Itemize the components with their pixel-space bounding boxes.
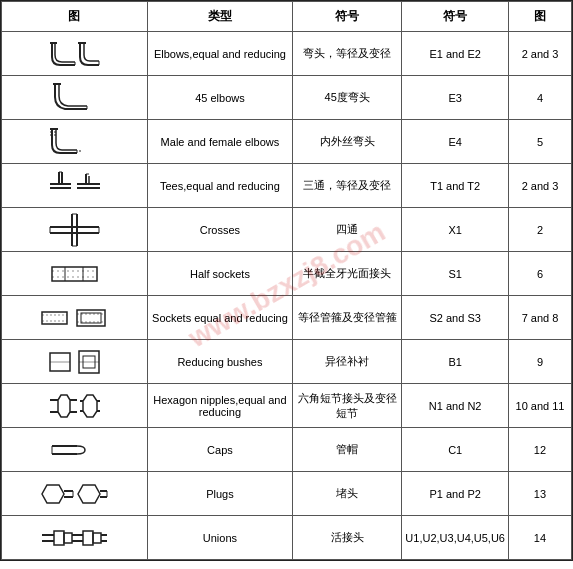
row-symbol: X1 — [402, 208, 509, 252]
row-type-en: Elbows,equal and reducing — [147, 32, 292, 76]
svg-rect-38 — [81, 313, 101, 323]
header-fig: 图 — [508, 2, 571, 32]
table-row: Sockets equal and reducing等径管箍及变径管箍S2 an… — [2, 296, 572, 340]
row-type-en: Crosses — [147, 208, 292, 252]
row-type-cn: 弯头，等径及变径 — [293, 32, 402, 76]
row-image — [2, 32, 148, 76]
row-type-en: Reducing bushes — [147, 340, 292, 384]
row-fig: 2 and 3 — [508, 164, 571, 208]
row-image — [2, 472, 148, 516]
fittings-table: 图 类型 符号 符号 图 Elbows,equal and reducing弯头… — [1, 1, 572, 560]
row-type-en: Sockets equal and reducing — [147, 296, 292, 340]
table-row: Plugs堵头P1 and P213 — [2, 472, 572, 516]
svg-marker-51 — [83, 395, 97, 417]
row-type-cn: 四通 — [293, 208, 402, 252]
svg-rect-70 — [64, 533, 72, 543]
row-image — [2, 120, 148, 164]
row-image — [2, 516, 148, 560]
row-fig: 7 and 8 — [508, 296, 571, 340]
table-row: Hexagon nipples,equal and reducing六角短节接头… — [2, 384, 572, 428]
row-fig: 9 — [508, 340, 571, 384]
header-symbol: 符号 — [402, 2, 509, 32]
svg-marker-63 — [78, 485, 100, 503]
row-symbol: S1 — [402, 252, 509, 296]
row-symbol: S2 and S3 — [402, 296, 509, 340]
row-type-en: 45 elbows — [147, 76, 292, 120]
table-row: Unions活接头U1,U2,U3,U4,U5,U614 — [2, 516, 572, 560]
row-fig: 10 and 11 — [508, 384, 571, 428]
row-type-en: Tees,equal and reducing — [147, 164, 292, 208]
row-fig: 5 — [508, 120, 571, 164]
row-image — [2, 428, 148, 472]
row-type-en: Male and female elbows — [147, 120, 292, 164]
main-table-container: 图 类型 符号 符号 图 Elbows,equal and reducing弯头… — [0, 0, 573, 561]
row-fig: 14 — [508, 516, 571, 560]
row-image — [2, 340, 148, 384]
table-row: Crosses四通X12 — [2, 208, 572, 252]
svg-marker-59 — [42, 485, 64, 503]
row-fig: 2 and 3 — [508, 32, 571, 76]
row-type-cn: 管帽 — [293, 428, 402, 472]
table-row: Half sockets半截全牙光面接头S16 — [2, 252, 572, 296]
row-type-cn: 六角短节接头及变径短节 — [293, 384, 402, 428]
row-image — [2, 296, 148, 340]
row-symbol: E3 — [402, 76, 509, 120]
row-type-en: Half sockets — [147, 252, 292, 296]
row-fig: 4 — [508, 76, 571, 120]
table-row: Tees,equal and reducing三通，等径及变径T1 and T2… — [2, 164, 572, 208]
row-fig: 12 — [508, 428, 571, 472]
row-symbol: T1 and T2 — [402, 164, 509, 208]
header-cn: 符号 — [293, 2, 402, 32]
row-symbol: N1 and N2 — [402, 384, 509, 428]
svg-rect-69 — [54, 531, 64, 545]
row-type-cn: 三通，等径及变径 — [293, 164, 402, 208]
svg-rect-74 — [93, 533, 101, 543]
row-type-cn: 内外丝弯头 — [293, 120, 402, 164]
svg-marker-46 — [58, 395, 70, 417]
row-type-cn: 半截全牙光面接头 — [293, 252, 402, 296]
row-type-cn: 等径管箍及变径管箍 — [293, 296, 402, 340]
row-symbol: E4 — [402, 120, 509, 164]
row-symbol: E1 and E2 — [402, 32, 509, 76]
row-symbol: B1 — [402, 340, 509, 384]
row-image — [2, 164, 148, 208]
row-fig: 6 — [508, 252, 571, 296]
row-image — [2, 208, 148, 252]
header-img: 图 — [2, 2, 148, 32]
row-type-en: Hexagon nipples,equal and reducing — [147, 384, 292, 428]
table-row: Male and female elbows内外丝弯头E45 — [2, 120, 572, 164]
row-type-cn: 堵头 — [293, 472, 402, 516]
table-row: 45 elbows45度弯头E34 — [2, 76, 572, 120]
row-symbol: P1 and P2 — [402, 472, 509, 516]
row-type-cn: 活接头 — [293, 516, 402, 560]
header-type: 类型 — [147, 2, 292, 32]
svg-rect-34 — [42, 312, 67, 324]
row-type-en: Plugs — [147, 472, 292, 516]
row-type-cn: 异径补衬 — [293, 340, 402, 384]
row-fig: 13 — [508, 472, 571, 516]
row-type-cn: 45度弯头 — [293, 76, 402, 120]
table-row: Elbows,equal and reducing弯头，等径及变径E1 and … — [2, 32, 572, 76]
row-type-en: Caps — [147, 428, 292, 472]
table-row: Reducing bushes异径补衬B19 — [2, 340, 572, 384]
row-image — [2, 384, 148, 428]
svg-rect-29 — [52, 267, 97, 281]
row-image — [2, 252, 148, 296]
row-image — [2, 76, 148, 120]
row-symbol: U1,U2,U3,U4,U5,U6 — [402, 516, 509, 560]
row-symbol: C1 — [402, 428, 509, 472]
svg-rect-73 — [83, 531, 93, 545]
row-fig: 2 — [508, 208, 571, 252]
table-row: Caps管帽C112 — [2, 428, 572, 472]
row-type-en: Unions — [147, 516, 292, 560]
header-row: 图 类型 符号 符号 图 — [2, 2, 572, 32]
